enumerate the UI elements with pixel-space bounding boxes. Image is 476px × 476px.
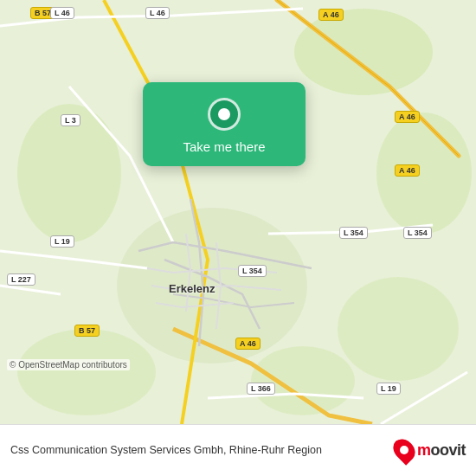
moovit-pin-icon	[389, 434, 419, 465]
moovit-pin-inner	[400, 446, 408, 454]
location-pin	[208, 98, 241, 131]
road-label-a46-top: A 46	[318, 9, 344, 21]
road-label-l19-left: L 19	[50, 235, 74, 248]
road-label-l227: L 227	[7, 273, 35, 286]
svg-point-6	[251, 346, 355, 415]
road-label-l46-1: L 46	[50, 7, 74, 19]
company-name: Css Communication System Services Gmbh, …	[10, 443, 395, 459]
road-label-l19-bottom: L 19	[376, 383, 401, 395]
city-label-erkelenz: Erkelenz	[169, 282, 215, 295]
road-label-l354-1: L 354	[339, 227, 368, 239]
bottom-bar: Css Communication System Services Gmbh, …	[0, 424, 476, 476]
moovit-wordmark: moovit	[417, 441, 466, 460]
take-me-there-button[interactable]: Take me there	[183, 139, 265, 154]
road-label-l354-2: L 354	[403, 227, 432, 239]
svg-point-1	[294, 9, 433, 95]
map-container: B 57 L 46 L 46 A 46 L 3 A 46 A 46 L 19 L…	[0, 0, 476, 424]
road-label-l366: L 366	[247, 383, 275, 395]
road-label-a46-bottom: A 46	[235, 338, 261, 350]
svg-point-5	[17, 329, 156, 415]
svg-point-3	[376, 113, 472, 234]
road-label-l46-2: L 46	[145, 7, 170, 19]
moovit-logo: moovit	[395, 438, 466, 464]
moovit-m: m	[417, 441, 431, 459]
moovit-pin-container	[395, 438, 414, 464]
road-label-a46-right2: A 46	[395, 164, 420, 177]
road-label-a46-right1: A 46	[395, 111, 420, 123]
road-label-l354-3: L 354	[238, 265, 267, 277]
copyright-text: © OpenStreetMap contributors	[7, 359, 130, 370]
popup-card: Take me there	[143, 82, 306, 166]
road-label-b57-bottom: B 57	[74, 325, 100, 337]
svg-point-4	[338, 277, 459, 381]
road-label-l3: L 3	[61, 114, 80, 126]
